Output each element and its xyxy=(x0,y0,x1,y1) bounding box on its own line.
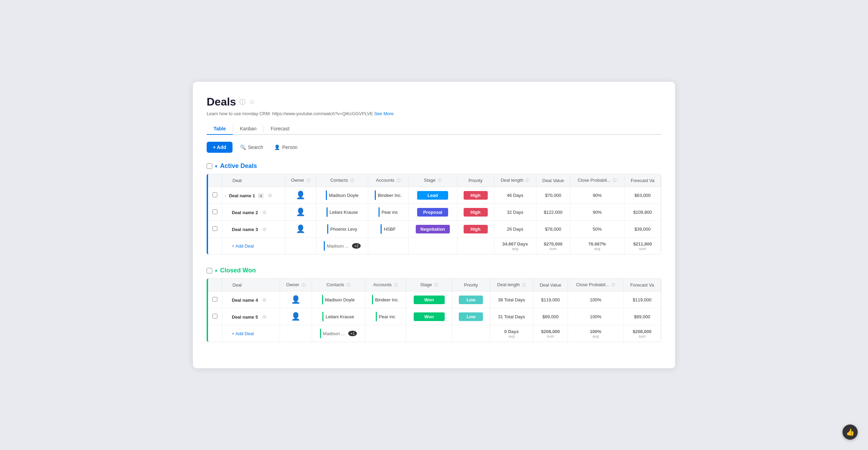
active-deals-header: ▾ Active Deals xyxy=(207,162,661,170)
row-checkbox[interactable] xyxy=(213,314,217,319)
deal-name-cell: Deal name 4 ⊕ xyxy=(222,291,280,308)
deal-length-cell: 32 Days xyxy=(494,204,536,221)
add-deal-label[interactable]: + Add Deal xyxy=(222,325,280,342)
stage-badge[interactable]: Won xyxy=(414,296,445,304)
col-check xyxy=(208,174,222,187)
priority-badge[interactable]: High xyxy=(464,191,488,200)
stage-badge[interactable]: Lead xyxy=(417,191,448,200)
deal-name: Deal name 3 xyxy=(232,227,258,232)
closed-won-table: Deal Owner ⓘ Contacts ⓘ Accounts ⓘ Stage… xyxy=(208,279,661,342)
accounts-cell: Pear inc xyxy=(368,204,409,221)
tab-bar: Table Kanban Forecast xyxy=(207,123,661,135)
contact-bar xyxy=(327,224,328,234)
deal-length-cell: 46 Days xyxy=(494,187,536,204)
row-checkbox[interactable] xyxy=(213,226,217,231)
deal-name-cell: Deal name 2 ⊕ xyxy=(222,204,285,221)
row-check-cell xyxy=(208,204,222,221)
feedback-button[interactable]: 👍 xyxy=(843,424,858,440)
person-button[interactable]: 👤 Person xyxy=(271,142,301,152)
close-prob-cell: 50% xyxy=(570,221,624,238)
row-check-cell xyxy=(208,221,222,238)
row-checkbox[interactable] xyxy=(213,192,217,197)
add-deal-row[interactable]: + Add Deal Madison ... +1 xyxy=(208,325,661,342)
col-forecast-val: Forecast Va xyxy=(623,279,661,291)
account-name: HSBF xyxy=(384,227,396,232)
deal-length-cell: 31 Total Days xyxy=(490,308,533,325)
closed-won-checkbox[interactable] xyxy=(207,268,212,273)
forecast-val-cell: $89,000 xyxy=(623,308,661,325)
accounts-cell: Bindeer Inc. xyxy=(365,291,406,308)
add-button[interactable]: + Add xyxy=(207,142,232,153)
tab-kanban[interactable]: Kanban xyxy=(233,123,264,135)
expand-icon[interactable]: › xyxy=(225,193,226,198)
account-name: Pear inc xyxy=(382,210,398,215)
table-row: Deal name 2 ⊕ 👤 Leilani Krause xyxy=(208,204,661,221)
stage-badge[interactable]: Proposal xyxy=(417,208,448,217)
summary-value: $270,000 sum xyxy=(536,238,570,254)
col-priority: Priority xyxy=(457,174,494,187)
active-deals-table-wrap: Deal Owner ⓘ Contacts ⓘ Accounts ⓘ Stage… xyxy=(207,174,661,254)
contact-bar xyxy=(322,295,323,304)
contact-bar xyxy=(326,190,327,200)
col-close-prob: Close Probabil... ⓘ xyxy=(570,174,624,187)
forecast-val-cell: $109,800 xyxy=(624,204,661,221)
stage-cell: Won xyxy=(406,308,452,325)
active-deals-checkbox[interactable] xyxy=(207,163,212,169)
title-row: Deals ⓘ ☆ xyxy=(207,96,661,108)
row-check-cell xyxy=(208,187,222,204)
add-deal-row[interactable]: + Add Deal Madison ... +2 xyxy=(208,238,661,254)
contact-name: Leilani Krause xyxy=(330,210,358,215)
add-person-icon[interactable]: ⊕ xyxy=(268,192,272,198)
deal-name: Deal name 4 xyxy=(232,298,258,303)
priority-badge[interactable]: Low xyxy=(459,312,483,321)
deal-name-cell: Deal name 5 ⊕ xyxy=(222,308,280,325)
stage-cell: Negotiation xyxy=(408,221,457,238)
row-checkbox[interactable] xyxy=(213,209,217,214)
info-icon[interactable]: ⓘ xyxy=(239,98,246,106)
col-forecast-val: Forecast Va xyxy=(624,174,661,187)
deal-name-cell: Deal name 3 ⊕ xyxy=(222,221,285,238)
accounts-cell: Bindeer Inc. xyxy=(368,187,409,204)
avatar-icon: 👤 xyxy=(296,224,305,233)
avatar-icon: 👤 xyxy=(296,208,305,216)
contacts-cell: Leilani Krause xyxy=(312,308,365,325)
forecast-val-cell: $63,000 xyxy=(624,187,661,204)
col-owner: Owner ⓘ xyxy=(280,279,312,291)
closed-won-header-row: Deal Owner ⓘ Contacts ⓘ Accounts ⓘ Stage… xyxy=(208,279,661,291)
tab-forecast[interactable]: Forecast xyxy=(264,123,296,135)
search-button[interactable]: 🔍 Search xyxy=(237,142,267,152)
priority-badge[interactable]: High xyxy=(464,208,488,217)
priority-badge[interactable]: High xyxy=(464,225,488,233)
footer-contact-bar xyxy=(320,329,321,338)
tab-table[interactable]: Table xyxy=(207,123,233,135)
contacts-cell: Phoenix Levy xyxy=(316,221,368,238)
contacts-cell: Leilani Krause xyxy=(316,204,368,221)
add-deal-label[interactable]: + Add Deal xyxy=(222,238,285,254)
forecast-val-cell: $119,000 xyxy=(623,291,661,308)
stage-badge[interactable]: Negotiation xyxy=(416,225,450,233)
col-deal-length: Deal length ⓘ xyxy=(490,279,533,291)
add-person-icon[interactable]: ⊕ xyxy=(262,226,267,232)
contacts-badge: +1 xyxy=(348,331,357,336)
subtitle: Learn how to use monday CRM: https://www… xyxy=(207,111,661,116)
add-person-icon[interactable]: ⊕ xyxy=(262,209,267,215)
priority-badge[interactable]: Low xyxy=(459,296,483,304)
star-icon[interactable]: ☆ xyxy=(249,98,255,106)
active-deals-chevron[interactable]: ▾ xyxy=(215,163,217,169)
add-person-icon[interactable]: ⊕ xyxy=(262,314,267,320)
col-close-prob: Close Probabil... ⓘ xyxy=(568,279,623,291)
deal-name: Deal name 5 xyxy=(232,314,258,320)
deal-subcount: 4 xyxy=(258,193,264,198)
row-checkbox[interactable] xyxy=(213,297,217,302)
contact-bar xyxy=(322,312,323,321)
footer-contacts-cell: Madison ... +1 xyxy=(312,325,365,342)
page-title: Deals xyxy=(207,96,236,108)
closed-won-chevron[interactable]: ▾ xyxy=(215,268,217,273)
deal-name: Deal name 1 xyxy=(229,193,255,198)
add-person-icon[interactable]: ⊕ xyxy=(262,297,267,303)
footer-contacts-cell: Madison ... +2 xyxy=(316,238,368,254)
add-deal-check xyxy=(208,325,222,342)
contact-name: Phoenix Levy xyxy=(330,227,357,232)
see-more-link[interactable]: See More xyxy=(374,111,393,116)
stage-badge[interactable]: Won xyxy=(414,312,445,321)
